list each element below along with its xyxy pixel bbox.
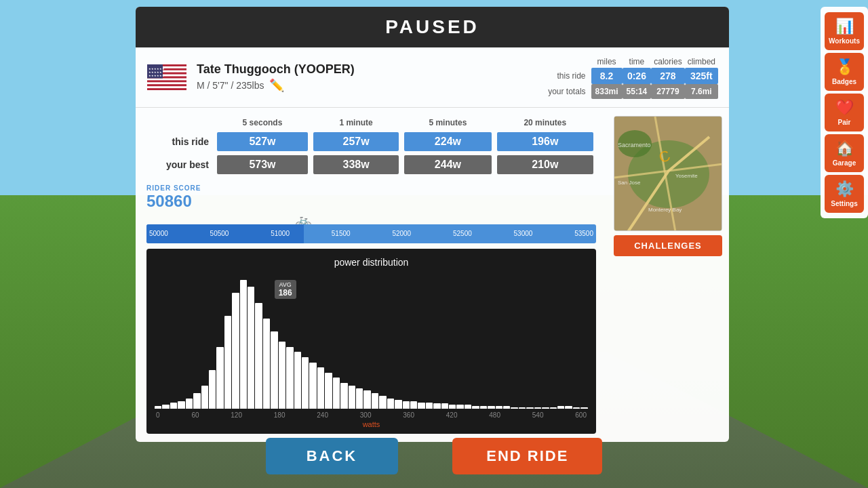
this-ride-calories: 278 — [651, 68, 684, 84]
svg-text:Monterey Bay: Monterey Bay — [648, 207, 682, 213]
chart-bar — [511, 407, 517, 409]
settings-label: Settings — [831, 200, 857, 207]
right-panel: Sacramento Yosemite San Jose Monterey Ba… — [607, 108, 729, 442]
chart-bar — [496, 406, 502, 409]
chart-bar — [193, 393, 200, 409]
svg-rect-5 — [147, 82, 186, 84]
chart-bar — [286, 347, 293, 409]
best-power-5s: 573w — [217, 155, 308, 174]
workouts-icon: 📊 — [835, 18, 854, 35]
chart-bar — [480, 406, 487, 409]
your-best-power-label: your best — [146, 153, 214, 176]
paused-title: PAUSED — [145, 16, 719, 38]
best-power-5m: 244w — [404, 155, 491, 174]
chart-bar — [418, 403, 425, 409]
chart-bar — [333, 378, 340, 409]
badges-label: Badges — [832, 78, 856, 85]
ride-power-1m: 257w — [313, 132, 399, 151]
sidebar-right: 📊 Workouts 🏅 Badges ❤️ Pair 🏠 Garage ⚙️ … — [821, 7, 868, 218]
chart-bar — [356, 388, 363, 409]
chart-bar — [456, 405, 463, 409]
totals-time: 55:14 — [623, 84, 652, 99]
chart-title: power distribution — [155, 257, 588, 268]
chart-bar — [565, 406, 572, 409]
back-button[interactable]: BACK — [266, 438, 399, 474]
content-area: 5 seconds 1 minute 5 minutes 20 minutes … — [136, 108, 729, 442]
pair-icon: ❤️ — [835, 99, 854, 117]
sidebar-item-settings[interactable]: ⚙️ Settings — [825, 175, 864, 213]
svg-text:San Jose: San Jose — [618, 180, 641, 186]
chart-bar — [340, 383, 347, 409]
chart-bar — [403, 401, 410, 409]
chart-bar — [550, 407, 557, 409]
this-ride-time: 0:26 — [623, 68, 652, 84]
chart-bar — [279, 342, 285, 409]
user-details: M / 5'7" / 235lbs ✏️ — [197, 78, 548, 93]
settings-icon: ⚙️ — [835, 180, 854, 198]
badges-icon: 🏅 — [835, 58, 854, 76]
chart-bar — [240, 280, 247, 409]
chart-bar — [387, 399, 394, 409]
svg-rect-6 — [147, 86, 186, 88]
chart-bar — [395, 400, 401, 409]
best-power-20m: 210w — [497, 155, 593, 174]
progress-bar: 50000 50500 51000 51500 52000 52500 5300… — [146, 224, 596, 243]
garage-icon: 🏠 — [835, 140, 854, 157]
chart-bar — [379, 396, 386, 409]
svg-rect-4 — [147, 79, 186, 81]
left-content: 5 seconds 1 minute 5 minutes 20 minutes … — [136, 108, 607, 442]
chart-bar — [294, 352, 301, 409]
chart-bar — [488, 406, 494, 409]
sidebar-item-badges[interactable]: 🏅 Badges — [825, 53, 864, 91]
user-name: Tate Thuggooch (YOOPER) — [197, 62, 548, 77]
chart-bar — [410, 401, 417, 409]
chart-bar — [201, 386, 208, 409]
map-svg: Sacramento Yosemite San Jose Monterey Ba… — [614, 117, 722, 231]
power-table: 5 seconds 1 minute 5 minutes 20 minutes … — [146, 116, 596, 176]
chart-bar — [317, 367, 324, 409]
chart-bar — [372, 393, 378, 409]
col-header-time: time — [623, 56, 652, 68]
totals-miles: 833mi — [591, 84, 623, 99]
main-panel: PAUSED ★★★★★★ ★★★★★ ★★★★★★ — [136, 7, 729, 442]
chart-bar — [433, 403, 440, 409]
col-header-calories: calories — [651, 56, 684, 68]
garage-label: Garage — [833, 159, 856, 167]
map-container: Sacramento Yosemite San Jose Monterey Ba… — [614, 116, 722, 231]
your-totals-label: your totals — [548, 84, 591, 99]
rider-score-section: RIDER SCORE 50860 — [146, 184, 596, 211]
chart-x-unit: watts — [155, 420, 588, 428]
chart-bar — [542, 407, 549, 409]
sidebar-item-workouts[interactable]: 📊 Workouts — [825, 12, 864, 50]
svg-text:Yosemite: Yosemite — [675, 173, 698, 179]
chart-bar — [155, 406, 161, 409]
chart-bar — [255, 303, 262, 409]
power-section: 5 seconds 1 minute 5 minutes 20 minutes … — [146, 116, 596, 176]
chart-bar — [263, 319, 270, 409]
end-ride-button[interactable]: END RIDE — [452, 438, 602, 474]
sidebar-item-pair[interactable]: ❤️ Pair — [825, 94, 864, 131]
chart-bar — [248, 287, 254, 409]
this-ride-label: this ride — [548, 68, 591, 84]
sidebar-item-garage[interactable]: 🏠 Garage — [825, 134, 864, 172]
chart-bars — [155, 273, 588, 409]
this-ride-climbed: 325ft — [685, 68, 718, 84]
paused-header: PAUSED — [136, 7, 729, 47]
totals-climbed: 7.6mi — [685, 84, 718, 99]
chart-bar — [449, 405, 456, 409]
challenges-button[interactable]: CHALLENGES — [614, 235, 722, 256]
chart-bar — [534, 407, 541, 409]
progress-section: 🚲 50000 50500 51000 51500 52000 52500 53… — [146, 224, 596, 243]
chart-bar — [232, 293, 239, 409]
chart-bar — [178, 401, 184, 409]
chart-bar — [426, 403, 433, 409]
chart-bar — [224, 316, 231, 409]
chart-bar — [573, 407, 580, 409]
col-header-climbed: climbed — [685, 56, 718, 68]
chart-bar — [363, 390, 370, 409]
best-power-1m: 338w — [313, 155, 399, 174]
chart-bar — [472, 406, 479, 409]
edit-icon[interactable]: ✏️ — [269, 78, 284, 93]
us-flag: ★★★★★★ ★★★★★ ★★★★★★ — [147, 64, 186, 90]
chart-bar — [441, 403, 448, 409]
